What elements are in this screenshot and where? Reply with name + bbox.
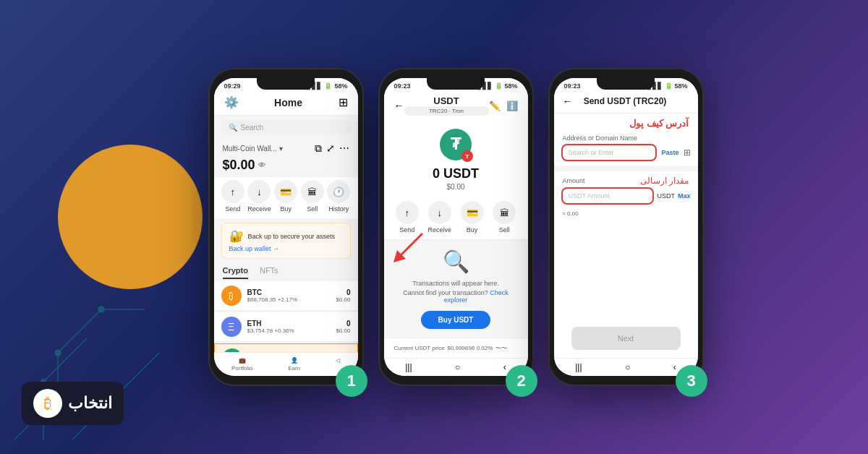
send-label: Send	[225, 205, 240, 213]
p3-next-button[interactable]: Next	[571, 327, 681, 350]
more-icon[interactable]: ⋯	[339, 142, 349, 155]
backup-text: Back up to secure your assets	[248, 233, 336, 240]
p3-address-input-row: Search or Enter Paste ⊞	[554, 144, 698, 166]
action-receive[interactable]: ↓ Receive	[247, 180, 271, 213]
bottom-nav: 💼 Portfolio 👤 Earn ◁	[214, 352, 358, 376]
phone-2-notch	[427, 77, 485, 90]
p2-usd: $0.00	[446, 183, 464, 191]
p3-address-input[interactable]: Search or Enter	[561, 144, 658, 161]
backup-banner: 🔐 Back up to secure your assets Back up …	[221, 223, 351, 259]
p3-amount-input[interactable]: USDT Amount	[561, 187, 655, 205]
p2-receive[interactable]: ↓ Receive	[427, 201, 451, 234]
p2-sell[interactable]: 🏛 Sell	[493, 201, 516, 234]
p2-empty-icon: 🔍	[443, 249, 469, 274]
nav-earn[interactable]: 👤 Earn	[288, 357, 300, 372]
tab-nfts[interactable]: NFTs	[260, 263, 278, 279]
p2-info-icon[interactable]: ℹ️	[506, 100, 518, 111]
phone-2-screen: 09:23 ▋▋▋ 🔋 58% ← USDT TRC20 · Tron ✏️	[384, 78, 528, 376]
p2-usdt-icon: ₮ T	[440, 129, 472, 160]
p2-find-text: Cannot find your transaction? Check expl…	[391, 289, 521, 304]
phone-3-wrapper: 09:23 ▋▋▋ 🔋 58% ← Send USDT (TRC20) آدرس…	[548, 68, 704, 386]
p2-buy-icon: 💳	[461, 201, 484, 224]
nav-portfolio[interactable]: 💼 Portfolio	[231, 357, 252, 372]
action-sell[interactable]: 🏛 Sell	[301, 180, 324, 213]
p3-address-label: Address or Domain Name	[554, 130, 698, 144]
expand-icon[interactable]: ⤢	[326, 142, 335, 155]
battery-pct: 58%	[334, 82, 347, 90]
p2-coin-title-area: USDT TRC20 · Tron	[404, 95, 489, 116]
action-history[interactable]: 🕐 History	[327, 180, 350, 213]
p3-time: 09:23	[564, 82, 581, 90]
p3-amount-placeholder: USDT Amount	[569, 192, 610, 200]
coin-row-eth[interactable]: Ξ ETH $3,754.78 +0.36% 0 $0.00	[214, 312, 358, 342]
p2-buy-label: Buy	[467, 226, 478, 234]
p3-arabic-header: آدرس کیف پول	[554, 113, 698, 130]
backup-link[interactable]: Back up wallet →	[229, 245, 343, 252]
phone-1-actions: ↑ Send ↓ Receive 💳 Buy 🏛 Sell	[214, 177, 358, 218]
p3-home-icon: |||	[575, 362, 582, 372]
scan-icon[interactable]: ⊞	[339, 95, 348, 109]
phone-3-screen: 09:23 ▋▋▋ 🔋 58% ← Send USDT (TRC20) آدرس…	[554, 78, 698, 376]
p3-bottom-nav: ||| ○ ‹	[554, 358, 698, 376]
phone-2-wrapper: 09:23 ▋▋▋ 🔋 58% ← USDT TRC20 · Tron ✏️	[378, 68, 534, 386]
status-time: 09:29	[224, 82, 241, 90]
phone-1-wrapper: 09:29 ▋▋▋ 🔋 58% ⚙️ Home ⊞ 🔍 Search	[208, 68, 364, 386]
p2-receive-icon: ↓	[428, 201, 451, 224]
svg-point-5	[55, 350, 61, 356]
cannot-find-text: Cannot find your transaction?	[403, 289, 488, 296]
btc-usd: $0.00	[336, 296, 350, 303]
btc-icon: ₿	[221, 286, 242, 306]
p2-coin-name: USDT	[404, 95, 489, 106]
search-placeholder: Search	[241, 124, 264, 132]
p2-header-icons: ✏️ ℹ️	[489, 100, 518, 111]
copy-icon[interactable]: ⧉	[315, 142, 322, 155]
price-label: Current USDT price	[394, 345, 445, 351]
p3-paste-button[interactable]: Paste	[661, 149, 678, 156]
btc-name: BTC	[247, 288, 336, 296]
phone-1-header: ⚙️ Home ⊞	[214, 91, 358, 116]
search-icon: 🔍	[229, 124, 237, 132]
receive-label: Receive	[247, 205, 271, 213]
coin-tabs: Crypto NFTs	[214, 263, 358, 280]
bitcoin-icon: ₿	[33, 389, 62, 418]
p2-bottom-nav: ||| ○ ‹	[384, 358, 528, 376]
earn-icon: 👤	[291, 357, 298, 364]
p3-currency-label: USDT	[657, 192, 675, 200]
p2-buy[interactable]: 💳 Buy	[461, 201, 484, 234]
discover-icon: ◁	[336, 357, 340, 364]
btc-price: $68,708.35 +2.17%	[247, 296, 336, 303]
phone-1-search[interactable]: 🔍 Search	[221, 120, 351, 135]
eth-name: ETH	[247, 320, 336, 327]
p3-divider	[554, 166, 698, 171]
tab-crypto[interactable]: Crypto	[223, 263, 248, 279]
step-2-number: 2	[506, 365, 537, 397]
action-send[interactable]: ↑ Send	[221, 180, 244, 213]
btc-amount: 0 $0.00	[336, 288, 350, 303]
send-icon: ↑	[221, 180, 244, 203]
phone-2-header: ← USDT TRC20 · Tron ✏️ ℹ️	[384, 91, 528, 121]
p3-address-placeholder: Search or Enter	[569, 149, 614, 156]
p2-edit-icon[interactable]: ✏️	[489, 100, 501, 111]
p3-battery: 🔋 58%	[665, 82, 688, 90]
p2-usdt-badge: T	[461, 150, 473, 162]
red-arrow-send	[390, 230, 426, 266]
btc-bal: 0	[336, 288, 350, 296]
p2-send[interactable]: ↑ Send	[396, 201, 419, 234]
eye-icon[interactable]: 👁	[258, 161, 265, 169]
btc-info: BTC $68,708.35 +2.17%	[247, 288, 336, 303]
buy-icon: 💳	[274, 180, 297, 203]
p3-arabic-title: آدرس کیف پول	[629, 118, 689, 129]
buy-usdt-button[interactable]: Buy USDT	[421, 311, 491, 329]
p3-back-icon: ‹	[673, 362, 676, 372]
wallet-name: Multi-Coin Wall... ▾	[223, 145, 283, 153]
coin-row-btc[interactable]: ₿ BTC $68,708.35 +2.17% 0 $0.00	[214, 281, 358, 311]
p3-max-button[interactable]: Max	[678, 192, 691, 200]
p3-back-icon[interactable]: ←	[563, 95, 573, 107]
p3-scan-icon[interactable]: ⊞	[684, 147, 691, 158]
svg-point-6	[98, 307, 104, 312]
settings-icon[interactable]: ⚙️	[224, 95, 239, 109]
back-icon[interactable]: ←	[394, 100, 404, 111]
phones-container: 09:29 ▋▋▋ 🔋 58% ⚙️ Home ⊞ 🔍 Search	[208, 68, 704, 386]
eth-amount: 0 $0.00	[336, 320, 350, 334]
action-buy[interactable]: 💳 Buy	[274, 180, 297, 213]
